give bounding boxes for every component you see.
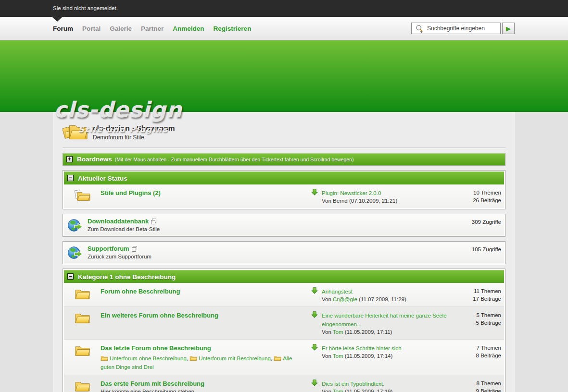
link-box: DownloaddatenbankZum Download der Beta-S… (63, 214, 505, 237)
login-status-text: Sie sind nicht angemeldet. (0, 0, 568, 17)
external-forum-link[interactable]: Supportforum (88, 245, 129, 253)
link-main-cell: SupportforumZurück zum Supportforum (88, 245, 472, 259)
nav-item-anmelden[interactable]: Anmelden (173, 25, 204, 32)
active-tab-pointer (52, 17, 63, 22)
site-banner: cls-design Stile und Plugins (0, 40, 568, 112)
forum-icon-cell (64, 343, 101, 357)
subforum-link[interactable]: Unterforum mit Beschreibung (199, 355, 271, 361)
forum-stats-cell: 8 Themen9 Beiträge (461, 379, 504, 392)
lastpost-title-link[interactable]: Er hörte leise Schritte hinter sich (322, 345, 402, 351)
site-tagline: Stile und Plugins (78, 125, 168, 134)
boardnews-toggle-button[interactable]: + (66, 156, 73, 162)
lastpost-meta: (11.05.2009, 17:11) (343, 329, 392, 335)
lastpost-author[interactable]: Cr@@gle (333, 296, 357, 302)
lastpost-title-link[interactable]: Plugin: Newsticker 2.0.0 (322, 190, 381, 196)
category-box: −Kategorie 1 ohne BeschreibungForum ohne… (63, 269, 505, 392)
lastpost-arrow-icon[interactable] (311, 311, 318, 318)
external-window-icon (131, 246, 138, 252)
category-box: −Aktueller StatusStile und Plugins (2)Pl… (63, 170, 505, 209)
site-logo[interactable]: cls-design (54, 99, 182, 121)
forum-row: Forum ohne BeschreibungAnhangstestVon Cr… (64, 283, 504, 306)
link-title-line: Downloaddatenbank (88, 218, 467, 225)
search-submit-button[interactable]: ▶ (502, 23, 515, 34)
category-toggle-button[interactable]: − (67, 175, 74, 181)
lastpost-arrow-icon[interactable] (311, 287, 318, 294)
lastpost-author: Bernd (333, 198, 348, 204)
link-title-line: Supportforum (88, 245, 467, 253)
lastpost-arrow-icon[interactable] (311, 379, 318, 387)
subforum-link[interactable]: Unterforum ohne Beschreibung (110, 355, 187, 361)
lastpost-by-prefix: Von (322, 296, 333, 302)
category-title-block: Aktueller Status (78, 174, 127, 183)
forum-name-link[interactable]: Ein weiteres Forum ohne Beschreibung (101, 312, 218, 319)
access-count: 105 Zugriffe (472, 245, 504, 252)
content-wrapper: cls-design - Showroom Demoforum für Stil… (53, 112, 515, 392)
lastpost-byline: Von Tom (11.05.2009, 17:19) (322, 388, 392, 392)
nav-item-forum[interactable]: Forum (53, 25, 73, 32)
link-description: Zum Download der Beta-Stile (88, 226, 467, 232)
stat-line: 17 Beiträge (461, 295, 501, 303)
stat-line: 5 Beiträge (461, 319, 501, 327)
lastpost-by-prefix: Von (322, 389, 333, 392)
forum-icon-cell (64, 188, 101, 202)
nav-item-partner[interactable]: Partner (141, 25, 164, 32)
forum-name-link[interactable]: Das letzte Forum ohne Beschreibung (101, 344, 211, 352)
folder-icon (75, 344, 90, 357)
lastpost-meta: (07.10.2009, 21:21) (348, 198, 398, 204)
forum-row: Das erste Forum mit BeschreibungHier kön… (64, 375, 504, 392)
search-area: ▶ (411, 23, 515, 34)
lastpost-by-prefix: Von (322, 353, 333, 359)
lastpost-meta: (11.05.2009, 17:19) (343, 389, 393, 392)
forum-icon-cell (64, 379, 101, 392)
link-main-cell: DownloaddatenbankZum Download der Beta-S… (88, 218, 472, 232)
lastpost-title-link[interactable]: Eine wunderbare Heiterkeit hat meine gan… (322, 313, 447, 327)
forum-stats-cell: 7 Themen8 Beiträge (461, 343, 504, 359)
lastpost-author[interactable]: Tom (333, 329, 343, 335)
globe-icon (68, 218, 83, 233)
folder-icon (75, 287, 90, 300)
stat-line: 5 Themen (461, 311, 501, 319)
lastpost-byline: Von Tom (11.05.2009, 17:11) (322, 329, 458, 336)
link-box: SupportforumZurück zum Supportforum105 Z… (63, 241, 505, 264)
search-input[interactable] (412, 23, 500, 34)
lastpost-cell: Er hörte leise Schritte hinter sichVon T… (311, 343, 461, 360)
forum-name-link[interactable]: Forum ohne Beschreibung (101, 288, 180, 295)
category-title-link[interactable]: Aktueller Status (78, 175, 127, 182)
lastpost-byline: Von Bernd (07.10.2009, 21:21) (322, 197, 397, 205)
folder-icon (75, 380, 90, 392)
top-status-bar: Sie sind nicht angemeldet. (0, 0, 568, 17)
nav-item-galerie[interactable]: Galerie (110, 25, 132, 32)
category-title-link[interactable]: Kategorie 1 ohne Beschreibung (78, 273, 176, 281)
stat-line: 11 Themen (461, 287, 501, 295)
forum-icon-cell (64, 311, 101, 324)
folder-icon (75, 311, 90, 324)
subforum-folder-icon (189, 355, 197, 361)
forum-name-link[interactable]: Das erste Forum mit Beschreibung (101, 380, 204, 388)
link-description: Zurück zum Supportforum (88, 254, 467, 259)
link-row: DownloaddatenbankZum Download der Beta-S… (64, 215, 504, 235)
lastpost-author[interactable]: Tom (333, 353, 343, 359)
nav-item-portal[interactable]: Portal (82, 25, 101, 32)
stat-line: 26 Beiträge (461, 196, 501, 204)
lastpost-arrow-icon[interactable] (311, 343, 318, 351)
lastpost-cell: Eine wunderbare Heiterkeit hat meine gan… (311, 311, 461, 336)
search-icon[interactable] (415, 24, 424, 33)
lastpost-title-link[interactable]: Dies ist ein Typoblindtext. (322, 381, 384, 387)
forum-sections: −Aktueller StatusStile und Plugins (2)Pl… (63, 170, 505, 392)
page-subtitle: Demoforum für Stile (93, 134, 175, 141)
subforum-folder-icon (274, 355, 281, 361)
lastpost-text: Plugin: Newsticker 2.0.0Von Bernd (07.10… (322, 188, 397, 205)
lastpost-cell: Dies ist ein Typoblindtext.Von Tom (11.0… (311, 379, 461, 392)
lastpost-author[interactable]: Tom (333, 389, 343, 392)
category-toggle-button[interactable]: − (67, 273, 74, 280)
lastpost-text: AnhangstestVon Cr@@gle (11.07.2009, 11:2… (322, 287, 406, 303)
forum-name-link[interactable]: Stile und Plugins (2) (101, 189, 161, 197)
subforum-folder-icon (101, 355, 108, 361)
lastpost-title-link[interactable]: Anhangstest (322, 289, 353, 294)
lastpost-cell: AnhangstestVon Cr@@gle (11.07.2009, 11:2… (311, 287, 461, 303)
external-forum-link[interactable]: Downloaddatenbank (88, 218, 149, 225)
category-header: −Aktueller Status (64, 172, 504, 184)
nav-item-registrieren[interactable]: Registrieren (214, 25, 252, 32)
main-navbar: ForumPortalGaleriePartnerAnmeldenRegistr… (0, 17, 568, 40)
lastpost-arrow-icon[interactable] (311, 188, 318, 196)
